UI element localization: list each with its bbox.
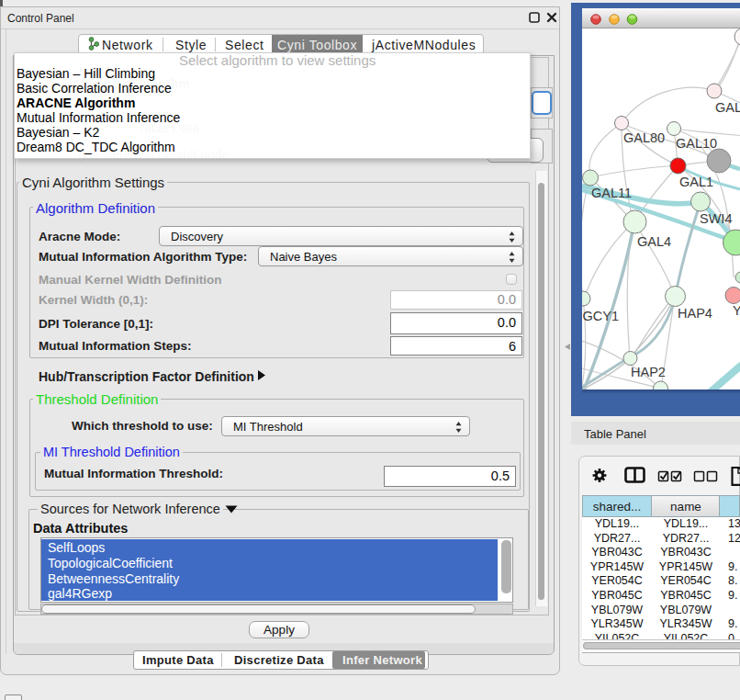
svg-text:GAL: GAL <box>715 100 740 115</box>
svg-text:GAL80: GAL80 <box>623 130 665 145</box>
svg-text:GAL4: GAL4 <box>637 234 671 249</box>
svg-text:GAL11: GAL11 <box>591 186 632 200</box>
svg-text:Y: Y <box>733 303 740 318</box>
svg-text:GCY1: GCY1 <box>583 309 620 323</box>
svg-text:HAP2: HAP2 <box>631 365 666 379</box>
svg-text:GAL1: GAL1 <box>679 175 713 189</box>
svg-text:GAL10: GAL10 <box>676 136 717 151</box>
svg-text:HAP4: HAP4 <box>678 306 712 321</box>
svg-text:SWI4: SWI4 <box>700 211 732 226</box>
